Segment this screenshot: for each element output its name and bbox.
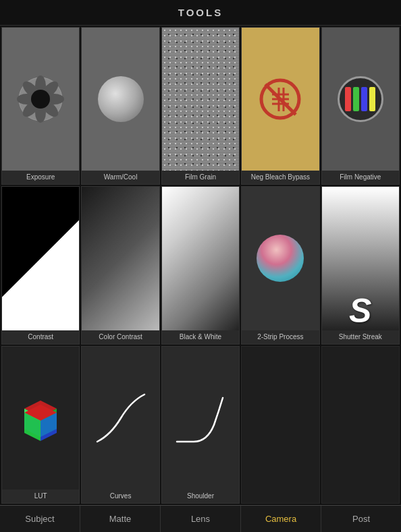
tab-subject[interactable]: Subject: [0, 506, 80, 532]
tool-contrast[interactable]: Contrast: [1, 186, 80, 344]
tool-neg-bleach-bypass[interactable]: Neg Bleach Bypass: [241, 27, 319, 185]
tool-warm-cool-label: Warm/Cool: [82, 171, 159, 184]
tool-film-grain[interactable]: Film Grain: [161, 27, 240, 185]
tool-shoulder-label: Shoulder: [162, 490, 239, 503]
tools-grid: Exposure Warm/Cool Film Grain: [0, 26, 401, 505]
tab-camera[interactable]: Camera: [241, 506, 321, 532]
tool-2strip-process-label: 2-Strip Process: [242, 330, 319, 344]
tool-film-negative[interactable]: Film Negative: [321, 27, 400, 185]
tool-exposure[interactable]: Exposure: [1, 27, 80, 185]
tool-shutter-streak[interactable]: S Shutter Streak: [321, 186, 400, 344]
tool-contrast-label: Contrast: [2, 330, 79, 344]
empty-cell-5: [321, 346, 400, 504]
tab-matte[interactable]: Matte: [80, 506, 161, 532]
tool-shoulder[interactable]: Shoulder: [161, 346, 240, 504]
tool-lut[interactable]: LUT: [1, 346, 80, 504]
tool-black-white[interactable]: Black & White: [161, 186, 240, 344]
empty-cell-4: [241, 346, 319, 504]
tool-black-white-label: Black & White: [162, 330, 239, 344]
bottom-nav: Subject Matte Lens Camera Post: [0, 505, 401, 532]
tool-curves-label: Curves: [82, 490, 159, 503]
tool-2strip-process[interactable]: 2-Strip Process: [241, 186, 319, 344]
tab-lens[interactable]: Lens: [161, 506, 241, 532]
shutter-s-icon: S: [349, 294, 371, 330]
tool-curves[interactable]: Curves: [81, 346, 159, 504]
tool-film-grain-label: Film Grain: [162, 171, 239, 184]
tool-film-negative-label: Film Negative: [322, 171, 399, 184]
tab-post[interactable]: Post: [321, 506, 401, 532]
tool-warm-cool[interactable]: Warm/Cool: [81, 27, 159, 185]
tool-color-contrast-label: Color Contrast: [82, 330, 159, 344]
tool-exposure-label: Exposure: [2, 171, 79, 184]
tool-lut-label: LUT: [2, 490, 79, 503]
page-title: TOOLS: [0, 0, 401, 26]
tool-neg-bleach-bypass-label: Neg Bleach Bypass: [242, 171, 319, 184]
svg-point-9: [31, 90, 50, 109]
tool-shutter-streak-label: Shutter Streak: [322, 330, 399, 344]
tool-color-contrast[interactable]: Color Contrast: [81, 186, 159, 344]
